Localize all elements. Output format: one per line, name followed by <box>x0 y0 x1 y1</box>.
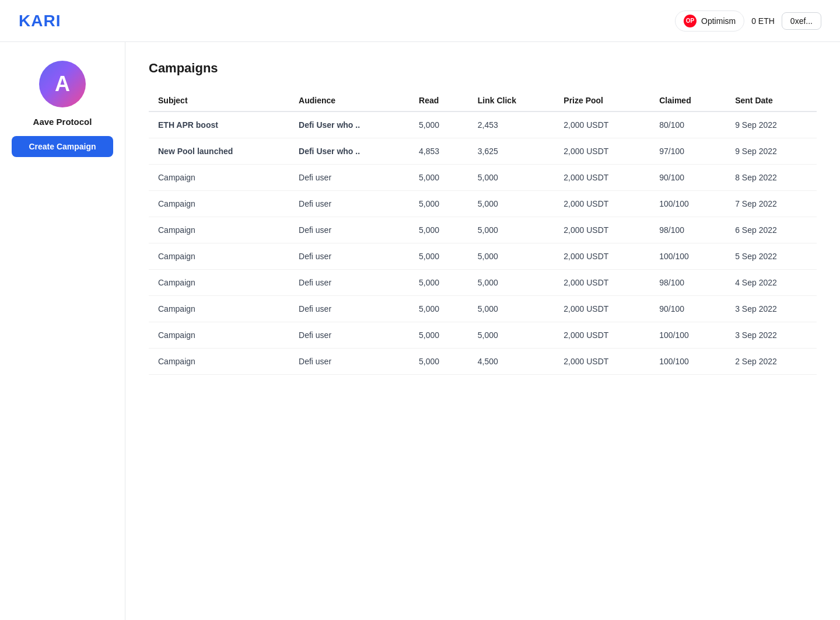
cell-prize-pool: 2,000 USDT <box>554 217 650 243</box>
cell-sent-date: 6 Sep 2022 <box>726 217 817 243</box>
table-row[interactable]: Campaign Defi user 5,000 5,000 2,000 USD… <box>149 243 817 270</box>
table-row[interactable]: Campaign Defi user 5,000 5,000 2,000 USD… <box>149 296 817 322</box>
header-right: OP Optimism 0 ETH 0xef... <box>675 11 821 32</box>
header: KARI OP Optimism 0 ETH 0xef... <box>0 0 840 42</box>
col-audience: Audience <box>289 90 410 112</box>
cell-claimed: 90/100 <box>650 296 726 322</box>
cell-subject: Campaign <box>149 296 289 322</box>
table-header-row: Subject Audience Read Link Click Prize P… <box>149 90 817 112</box>
cell-prize-pool: 2,000 USDT <box>554 191 650 217</box>
table-row[interactable]: Campaign Defi user 5,000 5,000 2,000 USD… <box>149 270 817 296</box>
cell-subject: Campaign <box>149 349 289 375</box>
cell-link-click: 2,453 <box>468 112 555 138</box>
cell-read: 5,000 <box>410 165 468 191</box>
cell-prize-pool: 2,000 USDT <box>554 296 650 322</box>
cell-read: 5,000 <box>410 296 468 322</box>
col-subject: Subject <box>149 90 289 112</box>
cell-prize-pool: 2,000 USDT <box>554 270 650 296</box>
cell-link-click: 5,000 <box>468 191 555 217</box>
table-row[interactable]: Campaign Defi user 5,000 4,500 2,000 USD… <box>149 349 817 375</box>
sidebar: A Aave Protocol Create Campaign <box>0 42 125 620</box>
cell-audience: Defi user <box>289 322 410 349</box>
cell-sent-date: 9 Sep 2022 <box>726 138 817 165</box>
create-campaign-button[interactable]: Create Campaign <box>12 136 113 157</box>
col-prize-pool: Prize Pool <box>554 90 650 112</box>
cell-claimed: 100/100 <box>650 349 726 375</box>
cell-read: 5,000 <box>410 243 468 270</box>
wallet-address[interactable]: 0xef... <box>782 12 821 30</box>
cell-claimed: 80/100 <box>650 112 726 138</box>
campaigns-table: Subject Audience Read Link Click Prize P… <box>149 90 817 375</box>
cell-link-click: 4,500 <box>468 349 555 375</box>
logo: KARI <box>19 12 61 30</box>
network-badge[interactable]: OP Optimism <box>675 11 744 32</box>
cell-sent-date: 3 Sep 2022 <box>726 322 817 349</box>
table-row[interactable]: ETH APR boost Defi User who .. 5,000 2,4… <box>149 112 817 138</box>
cell-read: 5,000 <box>410 270 468 296</box>
layout: A Aave Protocol Create Campaign Campaign… <box>0 42 840 620</box>
cell-link-click: 5,000 <box>468 243 555 270</box>
cell-claimed: 100/100 <box>650 322 726 349</box>
eth-balance: 0 ETH <box>751 16 775 26</box>
table-row[interactable]: New Pool launched Defi User who .. 4,853… <box>149 138 817 165</box>
table-row[interactable]: Campaign Defi user 5,000 5,000 2,000 USD… <box>149 322 817 349</box>
cell-claimed: 90/100 <box>650 165 726 191</box>
table-row[interactable]: Campaign Defi user 5,000 5,000 2,000 USD… <box>149 165 817 191</box>
cell-sent-date: 9 Sep 2022 <box>726 112 817 138</box>
cell-prize-pool: 2,000 USDT <box>554 243 650 270</box>
network-icon: OP <box>684 15 696 27</box>
cell-sent-date: 3 Sep 2022 <box>726 296 817 322</box>
cell-sent-date: 7 Sep 2022 <box>726 191 817 217</box>
cell-prize-pool: 2,000 USDT <box>554 349 650 375</box>
table-row[interactable]: Campaign Defi user 5,000 5,000 2,000 USD… <box>149 217 817 243</box>
cell-prize-pool: 2,000 USDT <box>554 165 650 191</box>
cell-link-click: 5,000 <box>468 217 555 243</box>
cell-link-click: 5,000 <box>468 322 555 349</box>
cell-subject: Campaign <box>149 165 289 191</box>
cell-subject: Campaign <box>149 217 289 243</box>
cell-read: 5,000 <box>410 349 468 375</box>
cell-subject: Campaign <box>149 191 289 217</box>
network-name: Optimism <box>701 16 736 26</box>
cell-audience: Defi user <box>289 243 410 270</box>
cell-audience: Defi user <box>289 296 410 322</box>
cell-prize-pool: 2,000 USDT <box>554 112 650 138</box>
cell-link-click: 3,625 <box>468 138 555 165</box>
cell-prize-pool: 2,000 USDT <box>554 138 650 165</box>
cell-link-click: 5,000 <box>468 165 555 191</box>
cell-read: 5,000 <box>410 217 468 243</box>
table-row[interactable]: Campaign Defi user 5,000 5,000 2,000 USD… <box>149 191 817 217</box>
cell-subject: ETH APR boost <box>149 112 289 138</box>
main-content: Campaigns Subject Audience Read Link Cli… <box>125 42 840 620</box>
col-sent-date: Sent Date <box>726 90 817 112</box>
cell-sent-date: 5 Sep 2022 <box>726 243 817 270</box>
cell-audience: Defi user <box>289 349 410 375</box>
cell-claimed: 98/100 <box>650 270 726 296</box>
cell-read: 5,000 <box>410 112 468 138</box>
cell-subject: Campaign <box>149 270 289 296</box>
col-read: Read <box>410 90 468 112</box>
cell-audience: Defi user <box>289 270 410 296</box>
cell-sent-date: 8 Sep 2022 <box>726 165 817 191</box>
cell-read: 4,853 <box>410 138 468 165</box>
page-title: Campaigns <box>149 61 817 76</box>
avatar: A <box>39 61 86 107</box>
cell-subject: New Pool launched <box>149 138 289 165</box>
col-link-click: Link Click <box>468 90 555 112</box>
cell-audience: Defi User who .. <box>289 138 410 165</box>
cell-read: 5,000 <box>410 191 468 217</box>
cell-claimed: 98/100 <box>650 217 726 243</box>
col-claimed: Claimed <box>650 90 726 112</box>
cell-audience: Defi user <box>289 165 410 191</box>
cell-subject: Campaign <box>149 322 289 349</box>
cell-audience: Defi user <box>289 191 410 217</box>
cell-link-click: 5,000 <box>468 270 555 296</box>
cell-subject: Campaign <box>149 243 289 270</box>
cell-prize-pool: 2,000 USDT <box>554 322 650 349</box>
cell-read: 5,000 <box>410 322 468 349</box>
cell-audience: Defi User who .. <box>289 112 410 138</box>
cell-claimed: 100/100 <box>650 191 726 217</box>
cell-audience: Defi user <box>289 217 410 243</box>
cell-claimed: 97/100 <box>650 138 726 165</box>
cell-claimed: 100/100 <box>650 243 726 270</box>
